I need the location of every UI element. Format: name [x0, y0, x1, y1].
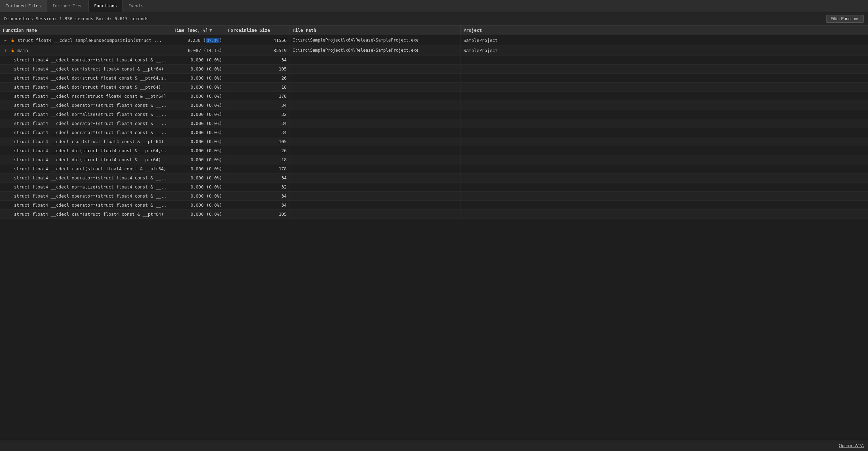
- table-row[interactable]: struct float4 __cdecl dot(struct float4 …: [0, 155, 868, 164]
- function-name-text: struct float4 __cdecl normalize(struct f…: [14, 112, 168, 117]
- cell-forceinline-size: 85519: [225, 45, 290, 56]
- cell-function-name: struct float4 __cdecl csum(struct float4…: [0, 210, 171, 219]
- cell-forceinline-size: 34: [225, 192, 290, 201]
- table-row[interactable]: struct float4 __cdecl rsqrt(struct float…: [0, 164, 868, 173]
- cell-file-path: [290, 192, 461, 201]
- bottom-bar: Open in WPA: [0, 440, 868, 451]
- cell-project: [461, 74, 868, 83]
- table-row[interactable]: struct float4 __cdecl normalize(struct f…: [0, 183, 868, 192]
- cell-time: 0.000 (0.0%): [171, 173, 225, 183]
- function-name-text: struct float4 __cdecl csum(struct float4…: [14, 212, 164, 217]
- table-row[interactable]: struct float4 __cdecl operator*(struct f…: [0, 192, 868, 201]
- cell-project: [461, 56, 868, 65]
- cell-forceinline-size: 105: [225, 65, 290, 74]
- cell-forceinline-size: 32: [225, 183, 290, 192]
- cell-time: 0.230 (37.3%): [171, 35, 225, 45]
- cell-file-path: [290, 92, 461, 101]
- table-row[interactable]: struct float4 __cdecl operator*(struct f…: [0, 128, 868, 137]
- flame-icon: [10, 37, 16, 43]
- cell-file-path: [290, 183, 461, 192]
- column-header-name: Function Name: [0, 25, 171, 35]
- column-header-project: Project: [461, 25, 868, 35]
- cell-file-path: C:\src\SampleProject\x64\Release\SampleP…: [290, 45, 461, 56]
- cell-time: 0.000 (0.0%): [171, 101, 225, 110]
- cell-time: 0.000 (0.0%): [171, 146, 225, 155]
- table-row[interactable]: struct float4 __cdecl csum(struct float4…: [0, 137, 868, 146]
- tab-included-files[interactable]: Included Files: [0, 0, 47, 12]
- cell-time: 0.000 (0.0%): [171, 110, 225, 119]
- cell-project: [461, 92, 868, 101]
- cell-file-path: [290, 201, 461, 210]
- cell-file-path: [290, 65, 461, 74]
- table-row[interactable]: struct float4 __cdecl operator*(struct f…: [0, 56, 868, 65]
- cell-project: [461, 155, 868, 164]
- column-header-time[interactable]: Time [sec, %] ▼: [171, 25, 225, 35]
- cell-function-name: struct float4 __cdecl operator+(struct f…: [0, 119, 171, 128]
- table-row[interactable]: struct float4 __cdecl normalize(struct f…: [0, 110, 868, 119]
- tab-events[interactable]: Events: [123, 0, 149, 12]
- cell-forceinline-size: 34: [225, 201, 290, 210]
- cell-file-path: [290, 74, 461, 83]
- column-header-path: File Path: [290, 25, 461, 35]
- cell-file-path: [290, 83, 461, 92]
- cell-forceinline-size: 18: [225, 83, 290, 92]
- cell-function-name: struct float4 __cdecl normalize(struct f…: [0, 110, 171, 119]
- cell-project: [461, 210, 868, 219]
- cell-function-name: struct float4 __cdecl rsqrt(struct float…: [0, 164, 171, 173]
- cell-function-name: struct float4 __cdecl operator*(struct f…: [0, 128, 171, 137]
- cell-time: 0.000 (0.0%): [171, 128, 225, 137]
- cell-function-name: struct float4 __cdecl rsqrt(struct float…: [0, 92, 171, 101]
- table-row[interactable]: struct float4 __cdecl operator+(struct f…: [0, 119, 868, 128]
- table-row[interactable]: struct float4 __cdecl csum(struct float4…: [0, 65, 868, 74]
- cell-file-path: [290, 137, 461, 146]
- table-row[interactable]: ▶ struct float4 __cdecl sampleFunDecompo…: [0, 35, 868, 45]
- cell-file-path: [290, 110, 461, 119]
- cell-function-name: struct float4 __cdecl dot(struct float4 …: [0, 146, 171, 155]
- filter-functions-button[interactable]: Filter Functions: [826, 15, 864, 23]
- function-name-text: main: [17, 48, 28, 53]
- table-row[interactable]: struct float4 __cdecl dot(struct float4 …: [0, 146, 868, 155]
- cell-function-name: ▼ main: [0, 45, 171, 56]
- cell-file-path: [290, 119, 461, 128]
- cell-function-name: struct float4 __cdecl operator*(struct f…: [0, 101, 171, 110]
- function-name-text: struct float4 __cdecl operator*(struct f…: [14, 202, 168, 208]
- cell-forceinline-size: 34: [225, 56, 290, 65]
- cell-forceinline-size: 34: [225, 119, 290, 128]
- cell-time: 0.000 (0.0%): [171, 119, 225, 128]
- table-row[interactable]: struct float4 __cdecl operator*(struct f…: [0, 201, 868, 210]
- table-row[interactable]: struct float4 __cdecl csum(struct float4…: [0, 210, 868, 219]
- cell-time: 0.000 (0.0%): [171, 210, 225, 219]
- function-name-text: struct float4 __cdecl normalize(struct f…: [14, 184, 168, 190]
- function-name-text: struct float4 __cdecl operator*(struct f…: [14, 175, 168, 180]
- cell-forceinline-size: 26: [225, 74, 290, 83]
- expand-button[interactable]: ▶: [3, 37, 8, 43]
- cell-function-name: struct float4 __cdecl normalize(struct f…: [0, 183, 171, 192]
- cell-file-path: [290, 155, 461, 164]
- cell-function-name: struct float4 __cdecl dot(struct float4 …: [0, 155, 171, 164]
- table-row[interactable]: struct float4 __cdecl dot(struct float4 …: [0, 83, 868, 92]
- table-row[interactable]: struct float4 __cdecl operator*(struct f…: [0, 173, 868, 183]
- cell-function-name: struct float4 __cdecl dot(struct float4 …: [0, 74, 171, 83]
- function-name-text: struct float4 __cdecl rsqrt(struct float…: [14, 166, 166, 171]
- table-container: Function NameTime [sec, %] ▼Forceinline …: [0, 25, 868, 440]
- cell-forceinline-size: 105: [225, 210, 290, 219]
- cell-forceinline-size: 105: [225, 137, 290, 146]
- function-name-text: struct float4 __cdecl operator*(struct f…: [14, 57, 168, 62]
- cell-time: 0.000 (0.0%): [171, 201, 225, 210]
- table-header-row: Function NameTime [sec, %] ▼Forceinline …: [0, 25, 868, 35]
- collapse-button[interactable]: ▼: [3, 47, 8, 53]
- table-row[interactable]: struct float4 __cdecl dot(struct float4 …: [0, 74, 868, 83]
- cell-forceinline-size: 34: [225, 101, 290, 110]
- cell-project: [461, 101, 868, 110]
- open-in-wpa-button[interactable]: Open in WPA: [839, 443, 864, 448]
- table-row[interactable]: struct float4 __cdecl operator*(struct f…: [0, 101, 868, 110]
- table-row[interactable]: struct float4 __cdecl rsqrt(struct float…: [0, 92, 868, 101]
- cell-time: 0.000 (0.0%): [171, 56, 225, 65]
- tab-include-tree[interactable]: Include Tree: [47, 0, 89, 12]
- tab-functions[interactable]: Functions: [89, 0, 123, 12]
- function-name-text: struct float4 __cdecl operator*(struct f…: [14, 130, 168, 135]
- function-name-text: struct float4 __cdecl rsqrt(struct float…: [14, 94, 166, 99]
- session-bar: Diagnostics Session: 1.836 seconds Build…: [0, 12, 868, 25]
- cell-time: 0.000 (0.0%): [171, 92, 225, 101]
- table-row[interactable]: ▼ main0.087 (14.1%)85519C:\src\SamplePro…: [0, 45, 868, 56]
